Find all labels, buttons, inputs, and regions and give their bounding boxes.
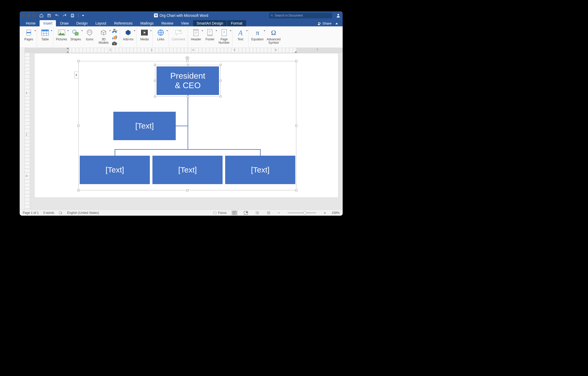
tab-mailings[interactable]: Mailings (137, 20, 157, 26)
3d-models-button[interactable]: 3D Models (97, 27, 111, 47)
resize-handle-se[interactable] (295, 189, 297, 191)
svg-rect-41 (246, 212, 247, 213)
svg-rect-29 (194, 29, 198, 31)
minimize-window-button[interactable] (27, 14, 30, 17)
media-button[interactable]: Media (137, 27, 151, 47)
pages-button[interactable]: Pages (22, 27, 36, 47)
text-pane-toggle[interactable] (74, 72, 78, 78)
smartart-button[interactable] (111, 28, 118, 34)
chart-button[interactable] (111, 34, 118, 40)
qat-customize-dropdown[interactable] (82, 15, 84, 16)
org-node-child-1[interactable]: [Text] (80, 156, 150, 184)
connector-line (188, 95, 188, 149)
resize-handle[interactable] (154, 64, 156, 66)
icons-icon (86, 29, 93, 36)
word-doc-icon: W (154, 13, 158, 17)
svg-rect-17 (114, 36, 115, 39)
shapes-button[interactable]: Shapes (69, 27, 83, 47)
quick-access-toolbar (39, 13, 84, 18)
vertical-ruler[interactable]: 1 2 3 (25, 53, 30, 209)
close-window-button[interactable] (22, 14, 25, 17)
svg-text:π: π (256, 29, 259, 36)
zoom-in-button[interactable]: + (323, 210, 327, 215)
resize-handle[interactable] (154, 96, 156, 97)
page[interactable]: ⟳ (34, 53, 339, 198)
resize-handle-n[interactable] (186, 60, 188, 62)
tab-design[interactable]: Design (73, 20, 91, 26)
org-node-child-2[interactable]: [Text] (152, 156, 223, 184)
tab-format[interactable]: Format (227, 20, 246, 26)
resize-handle-w[interactable] (77, 125, 79, 127)
footer-button[interactable]: Footer (203, 27, 217, 47)
equation-button[interactable]: π Equation (250, 27, 265, 47)
screenshot-button[interactable] (111, 41, 118, 46)
print-icon[interactable] (70, 13, 75, 18)
org-node-child-3[interactable]: [Text] (225, 156, 295, 184)
resize-handle-s[interactable] (186, 189, 188, 191)
redo-icon[interactable] (63, 13, 67, 18)
status-word-count[interactable]: 0 words (43, 211, 54, 215)
tab-references[interactable]: References (111, 20, 136, 26)
resize-handle[interactable] (220, 80, 222, 82)
org-node-assistant[interactable]: [Text] (113, 112, 176, 140)
smartart-frame[interactable]: ⟳ (78, 61, 296, 190)
ribbon-insert: Pages Table Pictures Shapes Icons (20, 26, 343, 48)
search-field[interactable] (269, 13, 332, 18)
tab-home[interactable]: Home (22, 20, 39, 26)
account-icon[interactable] (336, 13, 341, 18)
zoom-slider[interactable] (288, 212, 316, 213)
links-button[interactable]: Links (154, 27, 168, 47)
resize-handle-nw[interactable] (77, 60, 79, 62)
svg-rect-37 (59, 212, 61, 214)
addins-button[interactable]: Add-ins (121, 27, 135, 47)
print-layout-view-button[interactable] (231, 210, 238, 215)
pictures-button[interactable]: Pictures (54, 27, 69, 47)
rotate-handle[interactable]: ⟳ (186, 56, 189, 60)
draft-view-button[interactable] (265, 210, 272, 215)
icons-button[interactable]: Icons (83, 27, 97, 47)
table-button[interactable]: Table (38, 27, 52, 47)
undo-icon[interactable] (55, 13, 59, 18)
resize-handle[interactable] (187, 64, 189, 66)
svg-point-12 (90, 32, 91, 33)
collapse-ribbon-icon[interactable] (335, 23, 338, 24)
outline-view-button[interactable] (254, 210, 261, 215)
tab-layout[interactable]: Layout (92, 20, 110, 26)
resize-handle[interactable] (220, 96, 222, 97)
tab-draw[interactable]: Draw (56, 20, 72, 26)
title-bar: W Org Chart with Microsoft Word (20, 11, 343, 19)
svg-point-2 (318, 22, 320, 24)
zoom-level[interactable]: 158% (332, 211, 340, 215)
tab-review[interactable]: Review (158, 20, 177, 26)
resize-handle[interactable] (220, 64, 222, 66)
advanced-symbol-button[interactable]: Ω Advanced Symbol (265, 27, 282, 47)
horizontal-ruler[interactable]: 1 2 3 4 5 6 7 (25, 48, 343, 53)
home-icon[interactable] (39, 13, 43, 18)
zoom-window-button[interactable] (32, 14, 35, 17)
tab-insert[interactable]: Insert (40, 20, 56, 26)
resize-handle-ne[interactable] (295, 60, 297, 62)
focus-mode-button[interactable]: Focus (213, 211, 227, 215)
resize-handle[interactable] (187, 96, 189, 97)
text-button[interactable]: A Text (233, 27, 247, 47)
share-button[interactable]: Share (315, 20, 340, 26)
header-button[interactable]: Header (189, 27, 203, 47)
resize-handle-e[interactable] (295, 125, 297, 127)
zoom-thumb[interactable] (303, 211, 306, 214)
svg-rect-38 (213, 212, 216, 214)
zoom-out-button[interactable]: − (277, 210, 281, 215)
media-icon (141, 29, 148, 36)
resize-handle[interactable] (154, 80, 156, 82)
web-layout-view-button[interactable] (242, 210, 249, 215)
tab-view[interactable]: View (178, 20, 193, 26)
page-number-button[interactable]: # Page Number (217, 27, 231, 47)
spellcheck-icon[interactable] (59, 211, 62, 215)
tab-smartart-design[interactable]: SmartArt Design (193, 20, 227, 26)
save-icon[interactable] (47, 13, 51, 18)
connector-line (260, 149, 261, 156)
status-page[interactable]: Page 1 of 1 (23, 211, 39, 215)
document-canvas[interactable]: ⟳ (30, 53, 343, 209)
search-input[interactable] (275, 14, 331, 17)
status-language[interactable]: English (United States) (67, 211, 99, 215)
resize-handle-sw[interactable] (77, 189, 79, 191)
